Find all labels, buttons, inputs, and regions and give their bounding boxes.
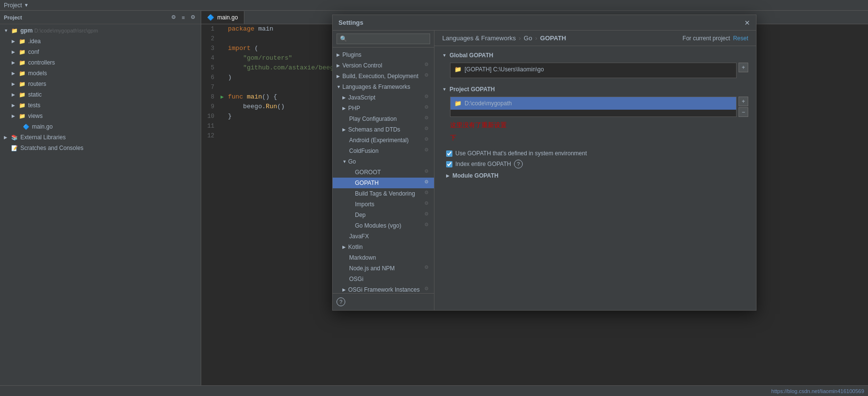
php-arrow: ▶	[342, 106, 348, 111]
tree-item-controllers[interactable]: ▶ 📁 controllers	[0, 57, 201, 68]
settings-tree: ▶ Plugins ▶ Version Control ⚙ ▶ Build, E…	[333, 48, 434, 293]
sidebar-layout-icon[interactable]: ≡	[179, 14, 187, 21]
dep-label: Dep	[355, 212, 424, 218]
tree-item-gpm[interactable]: ▼ 📁 gpm D:\code\mygopath\src\gpm	[0, 25, 201, 36]
folder-icon-models: 📁	[18, 69, 26, 77]
line-num-2: 2	[201, 34, 218, 44]
settings-item-schemas[interactable]: ▶ Schemas and DTDs ⚙	[333, 124, 434, 135]
osgi-label: OSGi	[349, 276, 434, 282]
tree-item-views[interactable]: ▶ 📁 views	[0, 111, 201, 121]
cf-help-icon: ⚙	[424, 147, 432, 155]
use-gopath-checkbox[interactable]	[446, 150, 452, 157]
line-num-11: 11	[201, 121, 218, 131]
line-num-12: 12	[201, 131, 218, 141]
settings-item-osgi-framework[interactable]: ▶ OSGi Framework Instances ⚙	[333, 284, 434, 293]
line-gutter-9	[218, 102, 226, 112]
settings-left-panel: ▶ Plugins ▶ Version Control ⚙ ▶ Build, E…	[333, 31, 434, 310]
project-gopath-remove-button[interactable]: −	[739, 107, 748, 117]
code-content-8: func main() {	[226, 92, 277, 102]
tree-item-static[interactable]: ▶ 📁 static	[0, 89, 201, 100]
jfx-label: JavaFX	[349, 233, 434, 240]
vc-help-icon: ⚙	[424, 62, 432, 69]
sidebar-icons: ⚙ ≡ ⚙	[170, 14, 197, 21]
kotlin-arrow: ▶	[342, 245, 348, 249]
folder-icon-conf: 📁	[18, 48, 26, 56]
tree-arrow-static: ▶	[12, 92, 18, 97]
breadcrumb-part2: Go	[524, 34, 532, 42]
reset-link[interactable]: Reset	[733, 35, 748, 42]
line-gutter-1	[218, 24, 226, 34]
line-num-9: 9	[201, 102, 218, 112]
settings-item-coldfusion[interactable]: ColdFusion ⚙	[333, 146, 434, 156]
php-help-icon: ⚙	[424, 104, 432, 112]
android-label: Android (Experimental)	[349, 137, 424, 144]
code-content-11	[226, 121, 228, 131]
tree-item-maingo[interactable]: 🔷 main.go	[0, 121, 201, 132]
tree-label-gpm: gpm D:\code\mygopath\src\gpm	[20, 27, 98, 34]
settings-item-version-control[interactable]: ▶ Version Control ⚙	[333, 60, 434, 71]
settings-item-dep[interactable]: Dep ⚙	[333, 210, 434, 220]
tree-arrow-routers: ▶	[12, 82, 18, 86]
tree-item-idea[interactable]: ▶ 📁 .idea	[0, 36, 201, 47]
tree-item-extlib[interactable]: ▶ 📚 External Libraries	[0, 132, 201, 143]
cf-label: ColdFusion	[349, 148, 424, 154]
sidebar-header: Project ⚙ ≡ ⚙	[0, 11, 201, 24]
code-content-7	[226, 82, 228, 92]
index-gopath-checkbox[interactable]	[446, 161, 452, 167]
tree-item-routers[interactable]: ▶ 📁 routers	[0, 79, 201, 89]
settings-item-build-tags[interactable]: Build Tags & Vendoring ⚙	[333, 188, 434, 199]
tree-label-static: static	[28, 91, 42, 98]
settings-item-go-modules[interactable]: Go Modules (vgo) ⚙	[333, 220, 434, 231]
tree-item-tests[interactable]: ▶ 📁 tests	[0, 100, 201, 111]
sidebar-gear-icon[interactable]: ⚙	[189, 14, 197, 21]
settings-item-javafx[interactable]: JavaFX	[333, 231, 434, 242]
code-content-6: )	[226, 73, 232, 82]
module-gopath-section[interactable]: ▶ Module GOPATH	[446, 172, 744, 179]
project-gopath-title: Project GOPATH	[450, 86, 495, 93]
settings-item-markdown[interactable]: Markdown	[333, 252, 434, 263]
project-gopath-add-button[interactable]: +	[739, 97, 748, 106]
sidebar: Project ⚙ ≡ ⚙ ▼ 📁 gpm D:\code\mygopath\s…	[0, 11, 201, 385]
sidebar-settings-icon[interactable]: ⚙	[170, 14, 177, 21]
folder-icon-routers: 📁	[18, 80, 26, 88]
settings-item-go[interactable]: ▼ Go	[333, 156, 434, 167]
project-scope-label: For current project	[683, 35, 730, 42]
global-gopath-add-button[interactable]: +	[739, 63, 748, 72]
settings-item-android[interactable]: Android (Experimental) ⚙	[333, 135, 434, 146]
settings-item-play-config[interactable]: Play Configuration ⚙	[333, 114, 434, 124]
settings-search-input[interactable]	[337, 33, 430, 44]
extlib-icon: 📚	[11, 133, 18, 141]
settings-item-lang-frameworks[interactable]: ▼ Languages & Frameworks	[333, 82, 434, 92]
tree-label-views: views	[28, 113, 43, 119]
breadcrumb-sep1: ›	[519, 34, 521, 42]
gm-label: Go Modules (vgo)	[355, 222, 424, 229]
line-num-6: 6	[201, 73, 218, 82]
project-dropdown-arrow[interactable]: ▼	[24, 2, 29, 8]
play-help-icon: ⚙	[424, 115, 432, 123]
settings-item-osgi[interactable]: OSGi	[333, 274, 434, 284]
settings-close-button[interactable]: ✕	[744, 19, 750, 27]
settings-item-imports[interactable]: Imports ⚙	[333, 199, 434, 210]
global-gopath-arrow: ▼	[442, 53, 447, 58]
tree-arrow-gpm: ▼	[4, 28, 11, 33]
settings-item-kotlin[interactable]: ▶ Kotlin	[333, 242, 434, 252]
tree-label-tests: tests	[28, 102, 40, 109]
settings-item-build[interactable]: ▶ Build, Execution, Deployment ⚙	[333, 71, 434, 82]
editor-tab-maingo[interactable]: 🔷 main.go	[201, 11, 244, 24]
settings-item-php[interactable]: ▶ PHP ⚙	[333, 103, 434, 114]
settings-titlebar: Settings ✕	[333, 15, 756, 31]
run-arrow-icon[interactable]: ▶	[221, 92, 224, 102]
settings-item-javascript[interactable]: ▶ JavaScript ⚙	[333, 92, 434, 103]
tree-label-maingo: main.go	[32, 123, 53, 130]
tree-item-conf[interactable]: ▶ 📁 conf	[0, 47, 201, 57]
index-gopath-help-button[interactable]: ?	[514, 160, 523, 168]
tree-item-scratches[interactable]: 📝 Scratches and Consoles	[0, 143, 201, 153]
settings-item-nodejs[interactable]: Node.js and NPM ⚙	[333, 263, 434, 274]
tree-item-models[interactable]: ▶ 📁 models	[0, 68, 201, 79]
line-gutter-7	[218, 82, 226, 92]
settings-help-button[interactable]: ?	[337, 297, 345, 306]
settings-item-plugins[interactable]: ▶ Plugins	[333, 50, 434, 60]
settings-item-gopath[interactable]: GOPATH ⚙	[333, 178, 434, 188]
settings-item-goroot[interactable]: GOROOT ⚙	[333, 167, 434, 178]
breadcrumb-sep2: ›	[535, 34, 537, 42]
